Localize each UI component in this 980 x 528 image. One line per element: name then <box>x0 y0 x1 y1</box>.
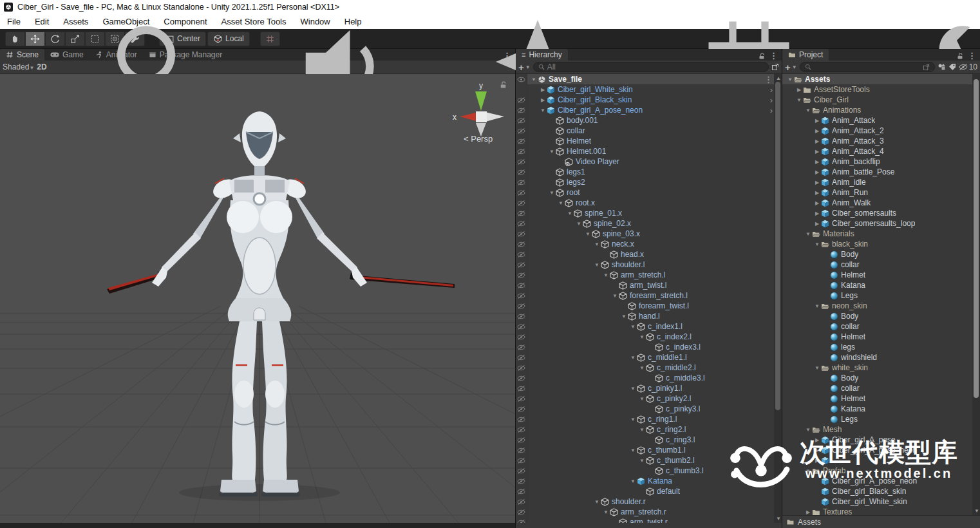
expand-arrow[interactable]: ▼ <box>584 231 592 237</box>
hierarchy-item-c-thumb3-l[interactable]: c_thumb3.l <box>516 466 782 476</box>
hierarchy-item-c-middle2-l[interactable]: ▼c_middle2.l <box>516 363 782 373</box>
visibility-toggle[interactable] <box>516 486 527 496</box>
expand-arrow[interactable]: ▶ <box>813 118 821 124</box>
hierarchy-item-c-ring1-l[interactable]: ▼c_ring1.l <box>516 414 782 424</box>
hierarchy-item-c-pinky3-l[interactable]: c_pinky3.l <box>516 404 782 414</box>
project-panel-menu[interactable]: ⋮ <box>968 51 976 61</box>
expand-arrow[interactable]: ▶ <box>813 149 821 155</box>
expand-arrow[interactable]: ▼ <box>593 262 601 268</box>
hierarchy-item-legs1[interactable]: legs1 <box>516 167 782 177</box>
hierarchy-item-c-middle1-l[interactable]: ▼c_middle1.l <box>516 352 782 363</box>
project-item-ciber-somersaults-loop[interactable]: ▶Ciber_somersaults_loop <box>782 218 980 229</box>
hierarchy-item-c-ring2-l[interactable]: ▼c_ring2.l <box>516 424 782 435</box>
hierarchy-item-default[interactable]: default <box>516 486 782 496</box>
visibility-toggle[interactable] <box>516 363 527 373</box>
expand-arrow[interactable]: ▼ <box>638 458 646 464</box>
visibility-toggle[interactable] <box>516 476 527 486</box>
hierarchy-item-head-x[interactable]: head.x <box>516 249 782 259</box>
project-item-anim-attack-3[interactable]: ▶Anim_Attack_3 <box>782 136 980 146</box>
expand-arrow[interactable]: ▼ <box>638 334 646 340</box>
scene-options-menu[interactable]: ⋮ <box>764 75 773 84</box>
tab-hierarchy[interactable]: ≡Hierarchy <box>516 49 568 61</box>
prefab-open-chevron[interactable]: › <box>770 86 773 94</box>
expand-arrow[interactable]: ▼ <box>530 77 538 82</box>
expand-arrow[interactable]: ▼ <box>593 241 601 247</box>
hierarchy-item-ciber-girl-a-pose-neon[interactable]: ▼Ciber_girl_A_pose_neon› <box>516 105 782 115</box>
hierarchy-item-ciber-girl-black-skin[interactable]: ▶Ciber_girl_Black_skin› <box>516 95 782 105</box>
hierarchy-item-c-ring3-l[interactable]: c_ring3.l <box>516 435 782 445</box>
project-item-anim-attack-2[interactable]: ▶Anim_Attack_2 <box>782 126 980 136</box>
visibility-toggle[interactable] <box>516 445 527 455</box>
expand-arrow[interactable]: ▼ <box>629 478 637 484</box>
menu-file[interactable]: File <box>0 14 28 29</box>
visibility-toggle[interactable] <box>516 404 527 414</box>
hierarchy-item-helmet-001[interactable]: ▼Helmet.001 <box>516 146 782 156</box>
visibility-toggle[interactable] <box>516 383 527 393</box>
expand-arrow[interactable]: ▼ <box>638 427 646 433</box>
project-create-button[interactable]: +▼ <box>785 62 797 73</box>
hierarchy-item-video-player[interactable]: Video Player <box>516 156 782 167</box>
project-item-ciber-girl-black-skin[interactable]: Ciber_girl_Black_skin <box>782 486 980 496</box>
expand-arrow[interactable]: ▼ <box>548 149 556 155</box>
expand-arrow[interactable]: ▼ <box>795 97 803 103</box>
visibility-toggle[interactable] <box>516 301 527 311</box>
hierarchy-create-button[interactable]: +▼ <box>518 62 531 73</box>
visibility-toggle[interactable] <box>516 424 527 435</box>
expand-arrow[interactable]: ▶ <box>813 190 821 196</box>
project-item-collar[interactable]: collar <box>782 321 980 332</box>
expand-arrow[interactable]: ▶ <box>813 200 821 206</box>
visibility-toggle[interactable] <box>516 115 527 126</box>
project-item-textures[interactable]: ▶Textures <box>782 507 980 515</box>
visibility-toggle[interactable] <box>516 198 527 208</box>
project-item-assets[interactable]: ▼Assets <box>782 74 980 84</box>
project-item-mesh[interactable]: ▼Mesh <box>782 424 980 435</box>
project-hidden-count[interactable]: 10 <box>959 62 977 71</box>
expand-arrow[interactable]: ▶ <box>813 138 821 144</box>
project-item-ciber-girl-a-pose-neon[interactable]: Ciber_girl_A_pose_neon <box>782 476 980 486</box>
expand-arrow[interactable]: ▶ <box>813 211 821 216</box>
project-item-windshield[interactable]: windshield <box>782 352 980 363</box>
expand-arrow[interactable]: ▼ <box>620 314 628 319</box>
project-item-ciber-girl-a-pose-neon[interactable]: ▶Ciber_girl_A_pose_neon <box>782 445 980 455</box>
project-item-body[interactable]: Body <box>782 249 980 259</box>
expand-arrow[interactable]: ▶ <box>795 87 803 93</box>
expand-arrow[interactable]: ▶ <box>813 169 821 175</box>
hierarchy-item-spine-01-x[interactable]: ▼spine_01.x <box>516 208 782 218</box>
expand-arrow[interactable]: ▶ <box>813 221 821 227</box>
expand-arrow[interactable]: ▼ <box>602 272 610 278</box>
project-item-anim-attack[interactable]: ▶Anim_Attack <box>782 115 980 126</box>
project-item-body[interactable]: Body <box>782 311 980 321</box>
project-item-katana[interactable]: Katana <box>782 280 980 290</box>
project-item-anim-walk[interactable]: ▶Anim_Walk <box>782 198 980 208</box>
expand-arrow[interactable]: ▼ <box>557 200 565 206</box>
hierarchy-item-root-x[interactable]: ▼root.x <box>516 198 782 208</box>
hierarchy-item-c-thumb2-l[interactable]: ▼c_thumb2.l <box>516 455 782 466</box>
hierarchy-item-shoulder-r[interactable]: ▼shoulder.r <box>516 496 782 507</box>
prefab-open-chevron[interactable]: › <box>770 106 773 115</box>
expand-arrow[interactable]: ▼ <box>629 386 637 391</box>
visibility-toggle[interactable] <box>516 373 527 383</box>
visibility-toggle[interactable] <box>516 311 527 321</box>
tab-scene[interactable]: Scene <box>0 49 44 61</box>
hierarchy-item-body-001[interactable]: body.001 <box>516 115 782 126</box>
visibility-toggle[interactable] <box>516 280 527 290</box>
hierarchy-item-c-index2-l[interactable]: ▼c_index2.l <box>516 332 782 342</box>
expand-arrow[interactable]: ▼ <box>804 108 812 113</box>
visibility-toggle[interactable] <box>516 321 527 332</box>
visibility-toggle[interactable] <box>516 156 527 167</box>
visibility-toggle[interactable] <box>516 146 527 156</box>
project-item-ciber-girl-a-pose[interactable]: ▶Ciber_girl_A_pose <box>782 435 980 445</box>
expand-arrow[interactable]: ▶ <box>539 97 547 103</box>
visibility-toggle[interactable] <box>516 105 527 115</box>
project-item-anim-attack-4[interactable]: ▶Anim_Attack_4 <box>782 146 980 156</box>
visibility-toggle[interactable] <box>516 74 527 84</box>
expand-arrow[interactable]: ▼ <box>566 211 574 216</box>
expand-arrow[interactable]: ▼ <box>813 365 821 371</box>
project-item-legs[interactable]: legs <box>782 342 980 352</box>
visibility-toggle[interactable] <box>516 249 527 259</box>
project-item-anim-idle[interactable]: ▶Anim_idle <box>782 177 980 187</box>
expand-arrow[interactable]: ▼ <box>804 427 812 433</box>
visibility-toggle[interactable] <box>516 507 527 517</box>
visibility-toggle[interactable] <box>516 393 527 404</box>
expand-arrow[interactable]: ▶ <box>813 448 821 453</box>
